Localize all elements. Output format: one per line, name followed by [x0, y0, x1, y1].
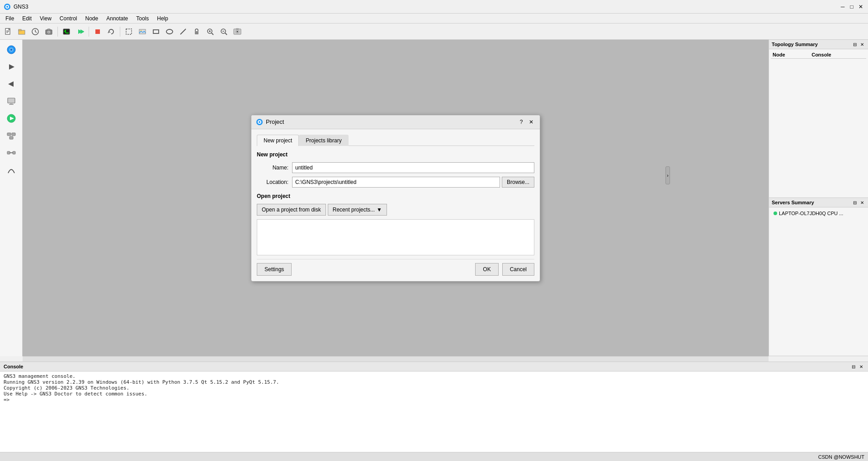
- topology-float-button[interactable]: ⊟: [852, 41, 858, 47]
- svg-rect-22: [126, 29, 132, 34]
- topology-col-node: Node: [771, 51, 810, 59]
- close-button[interactable]: ✕: [857, 3, 864, 10]
- servers-content: LAPTOP-OL7JDH0Q CPU ...: [769, 207, 868, 235]
- menu-node[interactable]: Node: [82, 14, 102, 23]
- browse-button[interactable]: Browse...: [502, 177, 534, 188]
- name-input[interactable]: [292, 162, 534, 173]
- console-header: Console ⊟ ✕: [0, 362, 868, 372]
- topology-table: Node Console: [771, 51, 866, 59]
- left-sidebar: [0, 40, 23, 356]
- menu-edit[interactable]: Edit: [19, 14, 35, 23]
- sidebar-connect[interactable]: [3, 145, 19, 161]
- svg-line-35: [225, 33, 227, 35]
- tab-projects-library[interactable]: Projects library: [299, 135, 348, 146]
- console-line-4: Use Help -> GNS3 Doctor to detect common…: [4, 391, 864, 397]
- project-dialog: Project ? ✕ New project Projects library: [251, 115, 540, 282]
- toolbar-zoom-out[interactable]: [217, 25, 230, 38]
- toolbar-sep-1: [57, 27, 58, 37]
- toolbar: [0, 24, 868, 40]
- location-row: Location: Browse...: [257, 177, 534, 188]
- sidebar-device[interactable]: [3, 93, 19, 109]
- toolbar-terminal[interactable]: [60, 25, 73, 38]
- toolbar-image[interactable]: [136, 25, 149, 38]
- toolbar-snapshot[interactable]: [42, 25, 55, 38]
- ok-button[interactable]: OK: [475, 263, 498, 276]
- toolbar-lock[interactable]: [190, 25, 203, 38]
- minimize-button[interactable]: ─: [839, 3, 846, 10]
- menu-bar: File Edit View Control Node Annotate Too…: [0, 14, 868, 24]
- toolbar-line[interactable]: [177, 25, 189, 38]
- menu-view[interactable]: View: [36, 14, 55, 23]
- settings-button[interactable]: Settings: [257, 263, 292, 276]
- servers-panel-header: Servers Summary ⊟ ✕: [769, 198, 868, 207]
- sidebar-group[interactable]: [3, 127, 19, 144]
- name-row: Name:: [257, 162, 534, 173]
- toolbar-new[interactable]: [2, 25, 14, 38]
- menu-file[interactable]: File: [2, 14, 18, 23]
- sidebar-play[interactable]: [3, 110, 19, 127]
- toolbar-recent[interactable]: [29, 25, 42, 38]
- console-panel: Console ⊟ ✕ GNS3 management console. Run…: [0, 362, 868, 452]
- menu-help[interactable]: Help: [153, 14, 172, 23]
- sidebar-curve[interactable]: [3, 162, 19, 178]
- open-from-disk-button[interactable]: Open a project from disk: [257, 204, 326, 216]
- sidebar-forward[interactable]: [3, 59, 19, 75]
- servers-float-button[interactable]: ⊟: [852, 199, 858, 206]
- toolbar-select[interactable]: [123, 25, 135, 38]
- status-bar: CSDN @NOWSHUT: [0, 452, 868, 461]
- toolbar-open[interactable]: [15, 25, 28, 38]
- svg-point-2: [6, 6, 8, 8]
- recent-projects-label: Recent projects...: [333, 207, 375, 213]
- cancel-button[interactable]: Cancel: [502, 263, 534, 276]
- menu-annotate[interactable]: Annotate: [103, 14, 132, 23]
- sidebar-move[interactable]: [3, 42, 19, 58]
- topology-close-button[interactable]: ✕: [859, 41, 865, 47]
- console-line-3: Copyright (c) 2006-2023 GNS3 Technologie…: [4, 385, 864, 391]
- tab-new-project[interactable]: New project: [257, 135, 299, 146]
- svg-rect-9: [19, 29, 21, 31]
- recent-projects-button[interactable]: Recent projects... ▼: [328, 204, 387, 216]
- toolbar-screenshot[interactable]: [231, 25, 244, 38]
- toolbar-reload[interactable]: [105, 25, 118, 38]
- servers-panel-controls: ⊟ ✕: [852, 199, 865, 206]
- servers-close-button[interactable]: ✕: [859, 199, 865, 206]
- toolbar-sep-2: [89, 27, 89, 37]
- app-icon: [4, 3, 11, 10]
- menu-control[interactable]: Control: [56, 14, 81, 23]
- console-float-button[interactable]: ⊟: [850, 363, 857, 370]
- servers-panel: Servers Summary ⊟ ✕ LAPTOP-OL7JDH0Q CPU …: [769, 198, 868, 356]
- maximize-button[interactable]: □: [848, 3, 855, 10]
- console-close-button[interactable]: ✕: [858, 363, 864, 370]
- modal-help-button[interactable]: ?: [517, 118, 525, 126]
- svg-rect-45: [8, 98, 15, 103]
- location-field-group: Browse...: [292, 177, 534, 188]
- svg-rect-51: [12, 133, 15, 136]
- toolbar-rect[interactable]: [150, 25, 162, 38]
- canvas-area[interactable]: Project ? ✕ New project Projects library: [23, 40, 769, 356]
- modal-body: New project Projects library New project…: [251, 129, 540, 281]
- svg-rect-53: [7, 151, 10, 154]
- server-label: LAPTOP-OL7JDH0Q CPU ...: [779, 211, 843, 216]
- app-title: GNS3: [14, 4, 28, 10]
- horizontal-scrollbar[interactable]: [23, 356, 769, 362]
- toolbar-stop[interactable]: [91, 25, 104, 38]
- console-line-6: =>: [4, 397, 864, 403]
- toolbar-zoom-in[interactable]: [204, 25, 217, 38]
- location-input[interactable]: [292, 177, 500, 188]
- svg-rect-50: [7, 133, 11, 136]
- main-layout: Project ? ✕ New project Projects library: [0, 40, 868, 356]
- menu-tools[interactable]: Tools: [132, 14, 152, 23]
- modal-icon: [256, 118, 263, 126]
- toolbar-play[interactable]: [74, 25, 86, 38]
- status-text: CSDN @NOWSHUT: [818, 454, 864, 460]
- sidebar-backward[interactable]: [3, 76, 19, 92]
- modal-footer: Settings OK Cancel: [257, 259, 534, 276]
- console-content[interactable]: GNS3 management console. Running GNS3 ve…: [0, 372, 868, 452]
- modal-tabs: New project Projects library: [257, 135, 534, 146]
- modal-close-button[interactable]: ✕: [527, 118, 535, 126]
- svg-line-32: [212, 33, 213, 35]
- console-line-1: GNS3 management console.: [4, 373, 864, 379]
- svg-rect-25: [153, 30, 159, 33]
- toolbar-sep-3: [120, 27, 120, 37]
- toolbar-ellipse[interactable]: [163, 25, 176, 38]
